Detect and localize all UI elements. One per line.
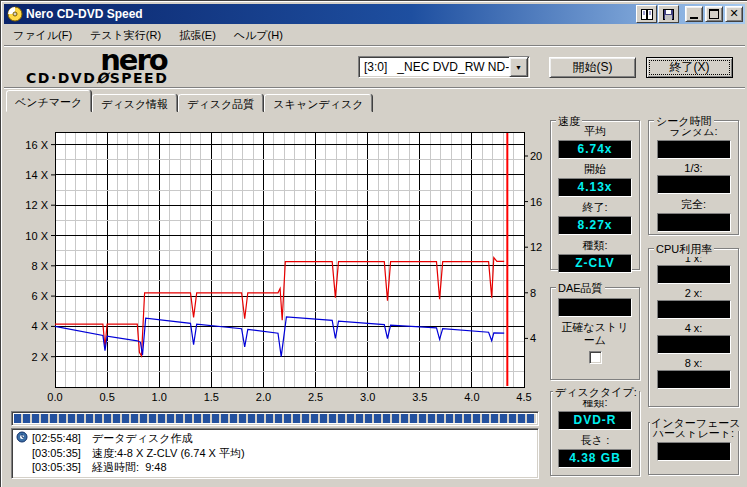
- drive-select[interactable]: [3:0] _NEC DVD_RW ND-3520AW 3.06 ▼: [358, 56, 530, 78]
- log-icon-spacer: [16, 460, 32, 474]
- close-icon: ✕: [729, 8, 738, 19]
- tab-disc-quality[interactable]: ディスク品質: [178, 94, 263, 112]
- cpu-4x-lcd: [657, 335, 731, 354]
- speed-end-label: 終了:: [551, 200, 639, 215]
- svg-text:12: 12: [530, 241, 542, 253]
- log-box: [02:55:48]データディスク作成[03:05:35]速度:4-8 X Z-…: [11, 428, 539, 479]
- menu-item-help[interactable]: ヘルプ(H): [225, 26, 292, 45]
- cpu-1x-lcd: [657, 265, 731, 284]
- log-line: [03:05:35]経過時間: 9:48: [16, 460, 534, 474]
- tab-benchmark[interactable]: ベンチマーク: [6, 90, 91, 112]
- svg-text:10 X: 10 X: [25, 230, 48, 242]
- speed-group-title: 速度: [556, 114, 582, 129]
- seek-full-lcd: [657, 213, 731, 232]
- cpu-4x-label: 4 x:: [649, 322, 738, 334]
- log-line: [03:05:35]速度:4-8 X Z-CLV (6.74 X 平均): [16, 446, 534, 460]
- cpu-8x-lcd: [657, 370, 731, 389]
- svg-text:2.5: 2.5: [308, 391, 323, 403]
- header: nero CD·DVDØSPEED [3:0] _NEC DVD_RW ND-3…: [4, 47, 745, 88]
- speed-end-lcd: 8.27x: [558, 216, 632, 235]
- interface-group-title: インターフェース: [650, 416, 742, 431]
- svg-text:1.5: 1.5: [204, 391, 219, 403]
- seek-time-group: シーク時間 ランダム:1/3:完全:: [648, 120, 739, 235]
- dae-quality-lcd: [558, 298, 632, 317]
- svg-text:16 X: 16 X: [25, 139, 48, 151]
- seek-random-lcd: [657, 140, 731, 159]
- menu-item-extra[interactable]: 拡張(E): [170, 26, 225, 45]
- dae-quality-group-title: DAE品質: [556, 281, 605, 296]
- svg-text:8: 8: [530, 287, 536, 299]
- menu-item-run[interactable]: テスト実行(R): [81, 26, 170, 45]
- speed-average-lcd: 6.74x: [558, 140, 632, 159]
- svg-text:1.0: 1.0: [152, 391, 167, 403]
- accurate-stream-checkbox[interactable]: [589, 351, 602, 364]
- progress-bar-fill: [14, 414, 536, 423]
- panel-row-random: ランダム:: [649, 124, 738, 159]
- panel-row-average: 平均6.74x: [551, 124, 639, 159]
- svg-text:0.5: 0.5: [99, 391, 114, 403]
- tab-strip: ベンチマークディスク情報ディスク品質スキャンディスク: [6, 90, 741, 112]
- minimize-icon: [690, 17, 698, 19]
- app-window: Nero CD-DVD Speed ✕ ファイル(F)テスト実行(R)拡張(E)…: [0, 0, 747, 487]
- log-info-icon: [16, 431, 32, 446]
- log-timestamp: [03:05:35]: [32, 460, 92, 474]
- floppy-icon: [663, 9, 674, 20]
- interface-group: インターフェース バーストレート:: [648, 422, 739, 475]
- panel-row-type: 種類:Z-CLV: [551, 238, 639, 273]
- interface-burst-rate-lcd: [657, 442, 731, 461]
- minimize-button[interactable]: [685, 6, 703, 22]
- seek-time-group-title: シーク時間: [654, 114, 714, 129]
- panel-row-8x: 8 x:: [649, 357, 738, 389]
- tab-disc-info[interactable]: ディスク情報: [92, 94, 177, 112]
- svg-text:4 X: 4 X: [31, 320, 48, 332]
- svg-text:6 X: 6 X: [31, 290, 48, 302]
- disc_type-length-label: 長さ :: [551, 433, 639, 448]
- log-icon-spacer: [16, 446, 32, 460]
- speed-type-label: 種類:: [551, 238, 639, 253]
- close-button[interactable]: ✕: [725, 6, 743, 22]
- progress-bar: [11, 411, 539, 426]
- exit-button[interactable]: 終了(X): [646, 57, 733, 78]
- report-button[interactable]: [636, 5, 657, 23]
- menu-item-file[interactable]: ファイル(F): [4, 26, 81, 45]
- svg-text:14 X: 14 X: [25, 169, 48, 181]
- speed-type-lcd: Z-CLV: [558, 254, 632, 273]
- svg-text:3.5: 3.5: [412, 391, 427, 403]
- start-button[interactable]: 開始(S): [549, 57, 636, 78]
- panel-row-start: 開始4.13x: [551, 162, 639, 197]
- svg-text:0.0: 0.0: [47, 391, 62, 403]
- drive-select-dropdown-button[interactable]: ▼: [509, 57, 528, 77]
- disc_type-length-lcd: 4.38 GB: [558, 449, 632, 468]
- svg-text:4.5: 4.5: [516, 391, 531, 403]
- title-bar[interactable]: Nero CD-DVD Speed ✕: [4, 4, 745, 24]
- seek-full-label: 完全:: [649, 197, 738, 212]
- panel-row-4x: 4 x:: [649, 322, 738, 354]
- log-message: データディスク作成: [92, 431, 534, 446]
- log-message: 速度:4-8 X Z-CLV (6.74 X 平均): [92, 446, 534, 460]
- disc-type-group-title: ディスクタイプ:: [553, 385, 639, 400]
- log-timestamp: [03:05:35]: [32, 446, 92, 460]
- nero-logo: nero CD·DVDØSPEED: [26, 49, 241, 86]
- cpu-usage-group-title: CPU利用率: [654, 242, 714, 257]
- save-button[interactable]: [658, 5, 679, 23]
- product-logo-text: CD·DVDØSPEED: [26, 71, 241, 86]
- log-message: 経過時間: 9:48: [92, 460, 534, 474]
- app-icon: [7, 6, 23, 22]
- book-icon: [641, 9, 653, 20]
- disc-type-group: ディスクタイプ: 種類:DVD-R長さ :4.38 GB: [550, 391, 640, 476]
- tab-scandisc[interactable]: スキャンディスク: [264, 94, 372, 112]
- seek-third-label: 1/3:: [649, 162, 738, 174]
- panel-row-kind: 種類:DVD-R: [551, 395, 639, 430]
- svg-text:12 X: 12 X: [25, 199, 48, 211]
- drive-select-value: [3:0] _NEC DVD_RW ND-3520AW 3.06: [359, 60, 509, 74]
- panel-row-end: 終了:8.27x: [551, 200, 639, 235]
- window-title: Nero CD-DVD Speed: [26, 7, 635, 21]
- maximize-icon: [709, 9, 719, 19]
- benchmark-chart: 16 X14 X12 X10 X8 X6 X4 X2 X201612840.00…: [1, 113, 548, 413]
- svg-text:2.0: 2.0: [256, 391, 271, 403]
- svg-text:16: 16: [530, 196, 542, 208]
- maximize-button[interactable]: [705, 6, 723, 22]
- disc_type-kind-lcd: DVD-R: [558, 411, 632, 430]
- svg-text:2 X: 2 X: [31, 351, 48, 363]
- svg-text:20: 20: [530, 150, 542, 162]
